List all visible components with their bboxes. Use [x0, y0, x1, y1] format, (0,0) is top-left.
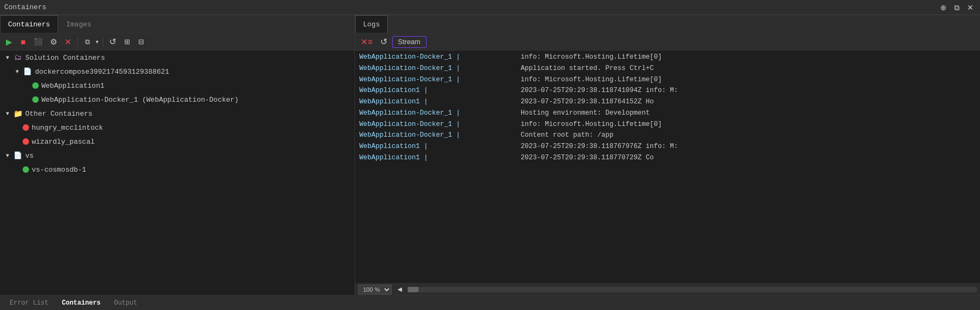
other-label: Other Containers [25, 110, 93, 118]
log-line: WebApplication-Docker_1 | info: Microsof… [355, 119, 980, 130]
log-bottom-bar: 100 % 50 % 75 % 125 % 150 % ◀ [355, 283, 980, 295]
tree-group-other[interactable]: ▼ 📁 Other Containers [0, 107, 354, 121]
log-source: WebApplication-Docker_1 | [359, 52, 521, 62]
log-text: info: Microsoft.Hosting.Lifetime[0] [521, 119, 662, 130]
log-source: WebApplication1 | [359, 86, 521, 96]
logs-tab[interactable]: Logs [355, 15, 388, 33]
solution-icon: 🗂 [13, 53, 23, 62]
toolbar-sep-1 [77, 37, 78, 47]
log-source: WebApplication-Docker_1 | [359, 75, 521, 85]
stream-button[interactable]: Stream [392, 36, 427, 48]
toolbar-sep-2 [103, 37, 103, 47]
stop-button[interactable]: ■ [17, 36, 29, 48]
copy-dropdown[interactable]: ⧉ ▾ [81, 36, 100, 48]
tree-area[interactable]: ▼ 🗂 Solution Containers ▼ 📄 dockercompos… [0, 51, 354, 295]
play-button[interactable]: ▶ [3, 36, 15, 48]
log-text: 2023-07-25T20:29:38.118741094Z info: M: [521, 86, 678, 96]
tree-compose[interactable]: ▼ 📄 dockercompose3992174593129388621 [0, 65, 354, 79]
vs-label: vs [25, 152, 34, 160]
scrollbar-thumb [408, 287, 418, 292]
status-bar: Error List Containers Output [0, 295, 980, 310]
close-button[interactable]: ✕ [965, 3, 976, 12]
tree-webapp1[interactable]: WebApplication1 [0, 79, 354, 93]
zoom-select[interactable]: 100 % 50 % 75 % 125 % 150 % [358, 285, 392, 294]
expand-hungry-icon [13, 123, 22, 132]
refresh-log-button[interactable]: ↺ [378, 36, 390, 48]
webapp1-label: WebApplication1 [41, 82, 104, 90]
log-text: info: Microsoft.Hosting.Lifetime[0] [521, 75, 662, 85]
log-line: WebApplication1 | 2023-07-25T20:29:38.11… [355, 96, 980, 108]
terminal-button[interactable]: ⬛ [31, 36, 45, 48]
log-source: WebApplication-Docker_1 | [359, 64, 521, 74]
tree-hungry[interactable]: hungry_mcclintock [0, 121, 354, 135]
status-stopped-hungry-icon [23, 124, 29, 131]
log-text: 2023-07-25T20:29:38.118764152Z Ho [521, 97, 654, 107]
log-line: WebApplication-Docker_1 | info: Microsof… [355, 74, 980, 86]
pin-button[interactable]: ⊕ [938, 3, 949, 12]
tree-cosmosdb[interactable]: vs-cosmosdb-1 [0, 163, 354, 177]
compose-icon: 📄 [23, 67, 32, 76]
expand-wizardly-icon [13, 137, 22, 146]
log-line: WebApplication1 | 2023-07-25T20:29:38.11… [355, 152, 980, 164]
log-source: WebApplication-Docker_1 | [359, 130, 521, 140]
tree-webapp-docker1[interactable]: WebApplication-Docker_1 (WebApplication-… [0, 93, 354, 107]
refresh-button[interactable]: ↺ [106, 36, 119, 48]
tree-group-solution[interactable]: ▼ 🗂 Solution Containers [0, 51, 354, 65]
log-source: WebApplication1 | [359, 153, 521, 163]
log-line: WebApplication-Docker_1 | Application st… [355, 63, 980, 74]
tree-wizardly[interactable]: wizardly_pascal [0, 135, 354, 149]
hungry-label: hungry_mcclintock [32, 124, 103, 132]
log-source: WebApplication-Docker_1 | [359, 108, 521, 118]
log-text: 2023-07-25T20:29:38.118770729Z Co [521, 153, 654, 163]
expand-docker1-icon [23, 95, 31, 104]
webapp-docker1-label: WebApplication-Docker_1 (WebApplication-… [41, 96, 239, 104]
log-source: WebApplication-Docker_1 | [359, 119, 521, 130]
status-tab-error-list[interactable]: Error List [3, 295, 55, 310]
log-text: Application started. Press Ctrl+C [521, 64, 654, 74]
tree-group-vs[interactable]: ▼ 📄 vs [0, 149, 354, 163]
status-tab-output[interactable]: Output [108, 295, 144, 310]
layout-button[interactable]: ⊟ [135, 36, 147, 48]
tab-containers[interactable]: Containers [0, 15, 58, 33]
delete-button[interactable]: ✕ [62, 36, 74, 48]
status-stopped-wizardly-icon [23, 138, 29, 145]
solution-label: Solution Containers [25, 54, 105, 62]
expand-solution-icon: ▼ [3, 53, 12, 62]
title-bar-controls: ⊕ ⧉ ✕ [938, 3, 976, 12]
log-text: Hosting environment: Development [521, 108, 650, 118]
scroll-left-button[interactable]: ◀ [394, 284, 406, 295]
group-button[interactable]: ⊞ [121, 36, 133, 48]
copy-button[interactable]: ⧉ [81, 36, 93, 48]
log-line: WebApplication-Docker_1 | Content root p… [355, 130, 980, 141]
title-bar: Containers ⊕ ⧉ ✕ [0, 0, 980, 15]
maximize-button[interactable]: ⧉ [952, 3, 962, 12]
settings-button[interactable]: ⚙ [47, 36, 60, 48]
log-source: WebApplication1 | [359, 142, 521, 152]
log-line: WebApplication1 | 2023-07-25T20:29:38.11… [355, 85, 980, 96]
title-bar-title: Containers [4, 3, 46, 11]
tab-images[interactable]: Images [58, 15, 100, 33]
horizontal-scrollbar[interactable] [408, 287, 977, 292]
main-container: Containers Images ▶ ■ ⬛ ⚙ ✕ ⧉ ▾ ↺ ⊞ ⊟ [0, 15, 980, 295]
logs-header: Logs [355, 15, 980, 33]
vs-compose-icon: 📄 [13, 151, 23, 160]
copy-chevron[interactable]: ▾ [94, 36, 100, 48]
compose-label: dockercompose3992174593129388621 [35, 68, 169, 76]
log-content[interactable]: WebApplication-Docker_1 | info: Microsof… [355, 51, 980, 283]
expand-cosmosdb-icon [13, 165, 22, 174]
status-tab-containers[interactable]: Containers [55, 295, 108, 310]
status-running-docker-icon [32, 96, 39, 103]
expand-other-icon: ▼ [3, 109, 12, 118]
log-line: WebApplication-Docker_1 | Hosting enviro… [355, 108, 980, 119]
log-line: WebApplication1 | 2023-07-25T20:29:38.11… [355, 141, 980, 152]
clear-log-button[interactable]: ✕≡ [358, 36, 375, 48]
log-text: 2023-07-25T20:29:38.118767976Z info: M: [521, 142, 678, 152]
expand-compose-icon: ▼ [13, 67, 22, 76]
status-running-icon [32, 82, 39, 89]
tab-bar: Containers Images [0, 15, 354, 33]
logs-toolbar: ✕≡ ↺ Stream [355, 33, 980, 51]
expand-webapp1-icon [23, 81, 31, 90]
cosmosdb-label: vs-cosmosdb-1 [32, 166, 86, 174]
expand-vs-icon: ▼ [3, 151, 12, 160]
log-text: Content root path: /app [521, 130, 614, 140]
